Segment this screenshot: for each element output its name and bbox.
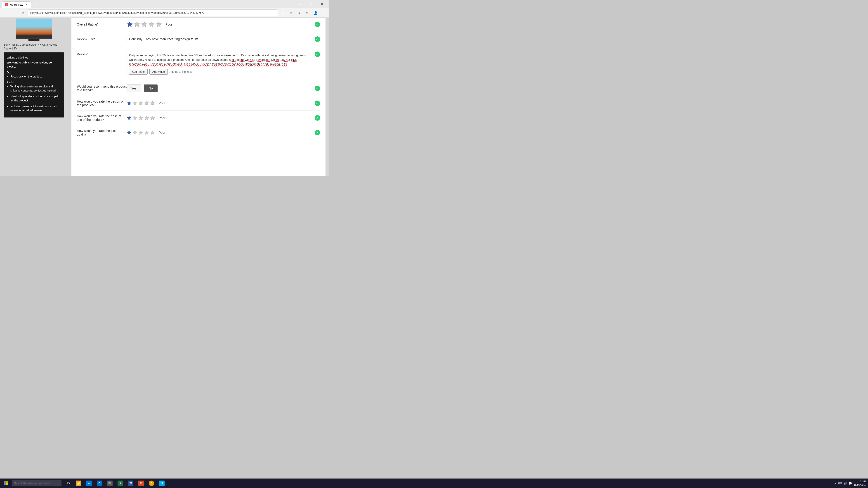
svg-marker-16 [133, 130, 137, 134]
svg-marker-15 [127, 130, 131, 134]
new-tab-button[interactable]: + [32, 2, 38, 8]
do-item-1: Focus only on the product [10, 74, 61, 78]
form-inner: Overall Rating* [77, 21, 320, 140]
review-textarea[interactable]: Only regret in buying this TV is am unab… [127, 51, 311, 77]
review-label: Review* [77, 51, 127, 56]
hub-icon[interactable]: ≡ [296, 9, 303, 17]
ease-star-5[interactable] [150, 116, 155, 121]
recommend-no-button[interactable]: No [144, 85, 158, 92]
svg-marker-13 [145, 116, 149, 120]
star-1[interactable] [127, 21, 133, 28]
star-3[interactable] [141, 21, 147, 28]
form-area: Overall Rating* [71, 18, 326, 176]
design-stars[interactable] [127, 101, 155, 106]
avoid-label: Avoid: [7, 80, 61, 85]
avoid-item-2: Mentioning retailers or the price you pa… [10, 94, 61, 103]
web-note-icon[interactable]: ✏ [304, 9, 311, 17]
design-check: ✓ [315, 101, 320, 106]
overall-rating-label: Overall Rating* [77, 23, 127, 26]
refresh-button[interactable]: ↻ [19, 9, 26, 17]
add-video-button[interactable]: Add Video [149, 69, 168, 74]
more-icon[interactable]: ··· [320, 9, 327, 17]
design-star-2[interactable] [132, 101, 137, 106]
ease-stars[interactable] [127, 116, 155, 121]
recommend-check: ✓ [315, 86, 320, 91]
ease-row: How would you rate the ease of use of th… [77, 114, 320, 125]
picture-star-2[interactable] [132, 130, 137, 135]
star-5[interactable] [156, 21, 162, 28]
design-row: How would you rate the design of the pro… [77, 100, 320, 111]
reading-view-icon[interactable]: ⊟ [279, 9, 287, 17]
ease-control: Poor [127, 116, 313, 121]
do-list: Focus only on the product [7, 74, 61, 78]
design-label: How would you rate the design of the pro… [77, 100, 127, 107]
tab-close-button[interactable]: ✕ [25, 3, 28, 6]
minimize-button[interactable]: — [294, 0, 305, 8]
ease-label: How would you rate the ease of use of th… [77, 114, 127, 122]
svg-marker-4 [156, 22, 161, 27]
product-image [16, 19, 52, 39]
title-check: ✓ [315, 36, 320, 42]
picture-star-1[interactable] [127, 130, 131, 135]
star-2[interactable] [134, 21, 140, 28]
star-4[interactable] [148, 21, 155, 28]
picture-control: Poor [127, 130, 313, 135]
design-star-3[interactable] [138, 101, 143, 106]
picture-stars[interactable] [127, 130, 155, 135]
add-photo-button[interactable]: Add Photo [129, 69, 148, 74]
design-star-4[interactable] [144, 101, 149, 106]
url-input[interactable] [28, 9, 278, 16]
overall-stars[interactable] [127, 21, 162, 28]
picture-star-3[interactable] [138, 130, 143, 135]
overall-rating-text: Poor [165, 23, 172, 26]
svg-marker-9 [151, 101, 155, 105]
design-control: Poor [127, 101, 313, 106]
svg-marker-0 [127, 22, 132, 27]
tab-bar: S My Review ✕ + [2, 0, 38, 8]
forward-button[interactable]: → [10, 9, 18, 17]
review-wrapper: Only regret in buying this TV is am unab… [127, 51, 320, 77]
picture-row: How would you rate the picture quality [77, 129, 320, 140]
close-button[interactable]: ✕ [317, 0, 327, 8]
ease-rating-text: Poor [159, 116, 165, 120]
design-rating-text: Poor [159, 101, 165, 105]
do-label: Do: [7, 70, 61, 74]
tab-favicon: S [5, 3, 8, 6]
svg-marker-10 [127, 116, 131, 120]
picture-star-4[interactable] [144, 130, 149, 135]
product-name: Sony - S85C Curved screen 4K Ultra HD wi… [4, 43, 64, 51]
svg-marker-2 [142, 22, 147, 27]
left-panel: Sony - S85C Curved screen 4K Ultra HD wi… [0, 18, 68, 176]
ease-star-2[interactable] [132, 116, 137, 121]
share-icon[interactable]: 👤 [312, 9, 319, 17]
writing-guidelines: Writing guidelines We want to publish yo… [4, 53, 64, 118]
favorites-icon[interactable]: ☆ [287, 9, 295, 17]
guidelines-subtitle: We want to publish your review, so pleas… [7, 61, 61, 69]
review-title-control [127, 35, 313, 43]
ease-star-3[interactable] [138, 116, 143, 121]
design-star-5[interactable] [150, 101, 155, 106]
ease-star-1[interactable] [127, 116, 131, 121]
overall-rating-control: Poor [127, 21, 313, 28]
picture-star-5[interactable] [150, 130, 155, 135]
picture-label: How would you rate the picture quality [77, 129, 127, 136]
browser-tab[interactable]: S My Review ✕ [2, 1, 31, 8]
picture-check: ✓ [315, 130, 320, 135]
review-title-input[interactable] [127, 35, 313, 43]
title-bar: S My Review ✕ + — ❐ ✕ [0, 0, 329, 8]
svg-marker-3 [149, 22, 154, 27]
recommend-yes-button[interactable]: Yes [127, 85, 141, 92]
back-button[interactable]: ← [2, 9, 9, 17]
avoid-item-1: Writing about customer service and shipp… [10, 85, 61, 93]
svg-marker-8 [145, 101, 149, 105]
ease-star-4[interactable] [144, 116, 149, 121]
recommend-control: Yes No [127, 85, 313, 92]
review-row: Review* Only regret in buying this TV is… [77, 51, 320, 81]
svg-marker-6 [133, 101, 137, 105]
svg-marker-18 [145, 130, 149, 134]
recommend-label: Would you recommend this product to a fr… [77, 85, 127, 92]
design-star-1[interactable] [127, 101, 131, 106]
maximize-button[interactable]: ❐ [306, 0, 316, 8]
svg-marker-5 [127, 101, 131, 105]
svg-marker-17 [139, 130, 143, 134]
